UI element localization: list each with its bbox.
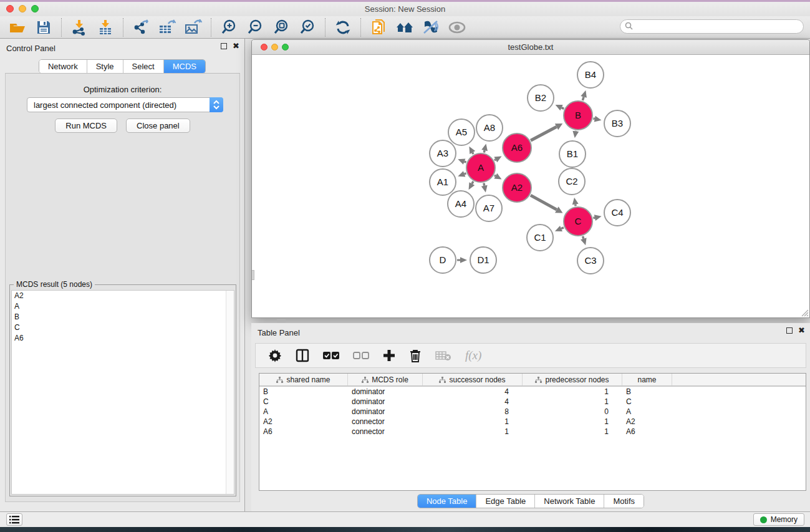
cell-mcds-role[interactable]: dominator xyxy=(348,397,423,407)
tab-network-table[interactable]: Network Table xyxy=(535,495,604,508)
node-table[interactable]: shared name MCDS role successor nodes pr… xyxy=(259,373,806,491)
graph-edge-C-C3[interactable] xyxy=(583,236,584,239)
refresh-icon[interactable] xyxy=(333,18,353,37)
graph-edge-A-A3[interactable] xyxy=(465,162,466,162)
cell-predecessor-nodes[interactable]: 1 xyxy=(523,417,622,427)
graph-edge-A-A6[interactable] xyxy=(494,160,496,160)
float-panel-icon[interactable] xyxy=(221,43,227,49)
zoom-selected-icon[interactable] xyxy=(297,18,317,37)
select-all-checkboxes-icon[interactable] xyxy=(323,351,339,360)
graph-edge-A-A1[interactable] xyxy=(465,173,466,174)
network-graph[interactable]: AA1A2A3A4A5A6A7A8BB1B2B3B4CC1C2C3C4DD1 xyxy=(252,55,809,317)
zoom-out-icon[interactable] xyxy=(245,18,265,37)
run-mcds-button[interactable]: Run MCDS xyxy=(55,118,117,133)
hide-selected-icon[interactable] xyxy=(421,18,441,37)
show-column-icon[interactable] xyxy=(296,349,309,362)
cell-shared-name[interactable]: A2 xyxy=(259,417,348,427)
table-row[interactable]: C dominator 4 1 C xyxy=(259,397,806,407)
cell-mcds-role[interactable]: connector xyxy=(348,427,423,437)
save-session-icon[interactable] xyxy=(34,18,54,37)
table-row[interactable]: B dominator 4 1 B xyxy=(259,387,806,397)
tab-style[interactable]: Style xyxy=(87,60,123,73)
cell-predecessor-nodes[interactable]: 1 xyxy=(523,387,622,397)
cell-successor-nodes[interactable]: 1 xyxy=(423,427,523,437)
cell-shared-name[interactable]: A xyxy=(259,407,348,417)
delete-table-icon[interactable] xyxy=(435,350,451,361)
result-scrollbar[interactable] xyxy=(226,291,234,494)
column-header-name[interactable]: name xyxy=(622,374,672,385)
float-table-panel-icon[interactable] xyxy=(786,327,793,334)
export-image-icon[interactable] xyxy=(183,18,203,37)
first-neighbors-icon[interactable] xyxy=(395,18,415,37)
show-all-icon[interactable] xyxy=(447,18,467,37)
new-network-from-selection-icon[interactable] xyxy=(369,18,388,37)
result-item[interactable]: C xyxy=(12,322,234,333)
close-panel-icon[interactable]: ✖ xyxy=(233,43,239,49)
cell-name[interactable]: B xyxy=(622,387,672,397)
result-item[interactable]: B xyxy=(12,312,234,322)
column-header-mcds-role[interactable]: MCDS role xyxy=(348,374,423,385)
column-header-shared-name[interactable]: shared name xyxy=(259,374,348,385)
network-canvas[interactable]: AA1A2A3A4A5A6A7A8BB1B2B3B4CC1C2C3C4DD1 xyxy=(252,55,809,317)
search-input[interactable] xyxy=(620,19,804,34)
cell-name[interactable]: C xyxy=(622,397,672,407)
cell-predecessor-nodes[interactable]: 1 xyxy=(523,427,622,437)
cell-mcds-role[interactable]: connector xyxy=(348,417,423,427)
cell-mcds-role[interactable]: dominator xyxy=(348,387,423,397)
zoom-fit-icon[interactable] xyxy=(271,18,291,37)
network-window-titlebar[interactable]: testGlobe.txt xyxy=(252,40,809,55)
memory-button[interactable]: Memory xyxy=(753,513,804,526)
tab-network[interactable]: Network xyxy=(39,60,87,73)
close-panel-button[interactable]: Close panel xyxy=(126,118,190,133)
create-column-icon[interactable] xyxy=(383,349,395,362)
graph-edge-C-C4[interactable] xyxy=(593,218,594,218)
result-item[interactable]: A xyxy=(12,301,234,312)
import-network-icon[interactable] xyxy=(69,18,89,37)
cell-predecessor-nodes[interactable]: 1 xyxy=(523,397,622,407)
deselect-all-checkboxes-icon[interactable] xyxy=(353,351,369,360)
canvas-splitter-handle[interactable] xyxy=(252,270,254,280)
graph-edge-A-A2[interactable] xyxy=(494,175,496,176)
cell-successor-nodes[interactable]: 1 xyxy=(423,417,523,427)
graph-edge-A-A4[interactable] xyxy=(472,181,473,184)
tab-mcds[interactable]: MCDS xyxy=(164,60,205,73)
function-builder-icon[interactable]: f(x) xyxy=(465,349,481,362)
window-resize-grip[interactable] xyxy=(800,308,809,317)
zoom-in-icon[interactable] xyxy=(219,18,239,37)
cell-successor-nodes[interactable]: 4 xyxy=(423,397,523,407)
table-options-gear-icon[interactable] xyxy=(268,349,282,362)
result-item[interactable]: A2 xyxy=(12,291,234,301)
cell-shared-name[interactable]: C xyxy=(259,397,348,407)
column-header-successor-nodes[interactable]: successor nodes xyxy=(423,374,523,385)
export-network-icon[interactable] xyxy=(131,18,151,37)
graph-edge-B-B4[interactable] xyxy=(582,97,584,100)
graph-edge-A-A5[interactable] xyxy=(473,153,473,155)
graph-edge-A-A7[interactable] xyxy=(484,183,485,186)
cell-predecessor-nodes[interactable]: 0 xyxy=(523,407,622,417)
cell-successor-nodes[interactable]: 8 xyxy=(423,407,523,417)
cell-successor-nodes[interactable]: 4 xyxy=(423,387,523,397)
mcds-result-list[interactable]: A2 A B C A6 xyxy=(11,290,234,495)
minimize-window-button[interactable] xyxy=(19,5,26,12)
close-window-button[interactable] xyxy=(6,5,14,12)
column-header-predecessor-nodes[interactable]: predecessor nodes xyxy=(523,374,622,385)
tab-node-table[interactable]: Node Table xyxy=(418,495,477,508)
panel-splitter-handle[interactable] xyxy=(277,319,286,322)
open-file-icon[interactable] xyxy=(7,18,27,37)
table-row[interactable]: A6 connector 1 1 A6 xyxy=(259,427,806,437)
optimization-criterion-dropdown[interactable]: largest connected component (directed) xyxy=(27,97,223,112)
cell-mcds-role[interactable]: dominator xyxy=(348,407,423,417)
cell-name[interactable]: A xyxy=(622,407,672,417)
cell-shared-name[interactable]: B xyxy=(259,387,348,397)
graph-edge-A2-C[interactable] xyxy=(531,195,557,210)
export-table-icon[interactable] xyxy=(157,18,177,37)
delete-columns-icon[interactable] xyxy=(409,349,422,362)
table-row[interactable]: A2 connector 1 1 A2 xyxy=(259,417,806,427)
result-item[interactable]: A6 xyxy=(12,333,234,344)
show-task-history-button[interactable] xyxy=(6,513,22,526)
zoom-window-button[interactable] xyxy=(31,5,39,12)
cell-shared-name[interactable]: A6 xyxy=(259,427,348,437)
tab-select[interactable]: Select xyxy=(123,60,164,73)
cell-name[interactable]: A2 xyxy=(622,417,672,427)
table-row[interactable]: A dominator 8 0 A xyxy=(259,407,806,417)
